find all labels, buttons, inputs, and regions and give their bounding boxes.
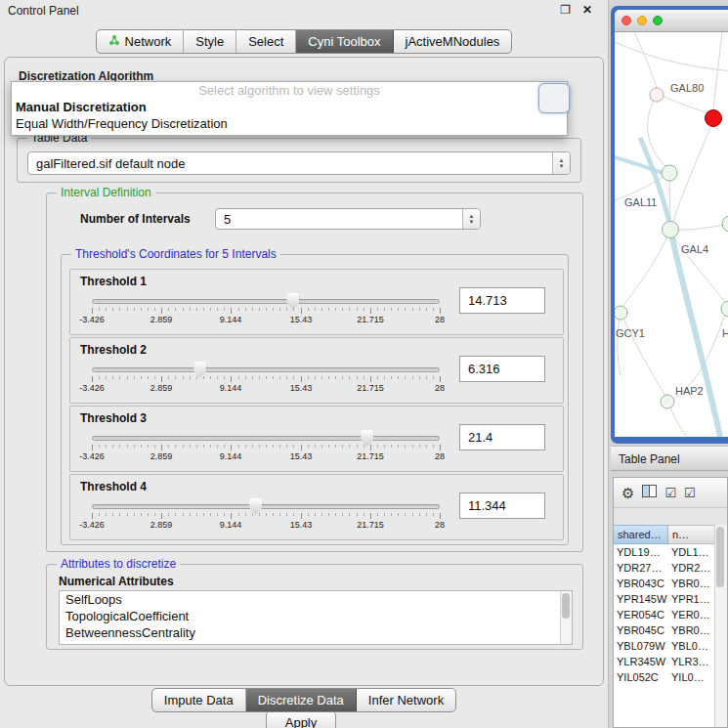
column-header-shared-name[interactable]: shared… xyxy=(614,525,668,544)
cell[interactable]: YLR3… xyxy=(668,654,715,669)
table-row[interactable]: YIL052CYIL0… xyxy=(614,669,715,685)
table-row[interactable]: YDL19…YDL1… xyxy=(614,544,715,560)
tab-style[interactable]: Style xyxy=(184,30,236,53)
scrollbar-thumb[interactable] xyxy=(562,593,570,619)
network-canvas[interactable]: GAL80 GAL11 GAL4 GCY1 HAP2 H xyxy=(615,32,728,437)
scale-label: 15.43 xyxy=(290,451,313,461)
threshold-3-slider[interactable] xyxy=(92,436,440,442)
window-title: Control Panel xyxy=(8,4,79,18)
table-row[interactable]: YBL079WYBL0… xyxy=(614,638,715,654)
tab-jactivemnodules[interactable]: jActiveMNodules xyxy=(394,30,512,53)
node-right-2[interactable] xyxy=(721,301,728,317)
algorithm-dropdown-popup: Select algorithm to view settings Manual… xyxy=(11,81,568,136)
cell[interactable]: YBR0… xyxy=(668,622,715,638)
top-tab-bar: Network Style Select Cyni Toolbox jActiv… xyxy=(0,29,608,54)
cell[interactable]: YER054C xyxy=(614,607,668,622)
tab-impute-data[interactable]: Impute Data xyxy=(152,689,246,711)
table-data-group: Table Data galFiltered.sif default node … xyxy=(17,138,581,183)
bottom-tab-bar: Impute Data Discretize Data Infer Networ… xyxy=(0,688,608,712)
algorithm-option-manual[interactable]: Manual Discretization xyxy=(12,99,567,115)
list-item[interactable]: SelfLoops xyxy=(60,591,572,608)
cell[interactable]: YDL19… xyxy=(614,544,668,560)
cell[interactable]: YBR043C xyxy=(614,576,668,591)
algorithm-option-equal-width[interactable]: Equal Width/Frequency Discretization xyxy=(12,115,567,132)
table-row[interactable]: YLR345WYLR3… xyxy=(614,654,715,669)
cell[interactable]: YIL0… xyxy=(668,669,715,685)
close-icon[interactable]: ✕ xyxy=(582,3,592,17)
tab-cyni-toolbox[interactable]: Cyni Toolbox xyxy=(296,30,393,53)
scale-label: -3.426 xyxy=(79,451,105,461)
tab-infer-network-label: Infer Network xyxy=(368,689,444,711)
cell[interactable]: YER0… xyxy=(668,607,715,622)
cell[interactable]: YIL052C xyxy=(614,669,668,685)
number-of-intervals-combobox[interactable]: 5 ▲▼ xyxy=(215,208,481,230)
threshold-4-panel: Threshold 4 -3.426 2.859 9.144 15.43 21.… xyxy=(69,474,564,540)
close-traffic-light[interactable] xyxy=(621,16,631,25)
checkbox-icon[interactable]: ☑ xyxy=(684,487,696,499)
zoom-traffic-light[interactable] xyxy=(653,16,663,25)
slider-track xyxy=(92,504,440,509)
slider-track xyxy=(92,436,440,441)
combo-stepper-icon[interactable]: ▲▼ xyxy=(552,152,570,174)
table-row[interactable]: YBR045CYBR0… xyxy=(614,622,715,638)
node-gal11[interactable] xyxy=(662,165,677,181)
tab-infer-network[interactable]: Infer Network xyxy=(357,689,455,711)
threshold-1-value-field[interactable]: 14.713 xyxy=(459,287,545,314)
node-hap2[interactable] xyxy=(661,395,674,408)
list-item[interactable]: TopologicalCoefficient xyxy=(60,608,572,624)
cell[interactable]: YPR145W xyxy=(614,591,668,607)
tab-select[interactable]: Select xyxy=(236,30,296,53)
table-row[interactable]: YDR27…YDR2… xyxy=(614,560,715,576)
tab-network[interactable]: Network xyxy=(97,30,185,53)
scale-label: 28 xyxy=(435,451,445,461)
node-label-gal11: GAL11 xyxy=(624,196,657,208)
cell[interactable]: YBL079W xyxy=(614,638,668,654)
table-row[interactable]: YPR145WYPR1… xyxy=(614,591,715,607)
algorithm-combo-fragment[interactable] xyxy=(538,83,570,113)
table-panel-window: ⚙ ☑ ☑ shared… n… YDL19…YDL1… YDR27…YDR2…… xyxy=(613,477,728,728)
cell[interactable]: YDR2… xyxy=(668,560,715,576)
cell[interactable]: YPR1… xyxy=(668,591,715,607)
restore-icon[interactable]: ❐ xyxy=(560,3,571,17)
scale-label: 9.144 xyxy=(220,520,242,530)
cell[interactable]: YDR27… xyxy=(614,560,668,576)
tab-jactivemnodules-label: jActiveMNodules xyxy=(406,30,500,53)
apply-button[interactable]: Apply xyxy=(266,710,336,728)
threshold-4-slider[interactable] xyxy=(92,504,440,510)
table-scrollbar[interactable] xyxy=(714,525,727,727)
tab-discretize-data[interactable]: Discretize Data xyxy=(246,689,357,711)
scale-label: -3.426 xyxy=(79,315,105,324)
threshold-4-value-field[interactable]: 11.344 xyxy=(459,492,545,519)
numerical-attributes-list[interactable]: SelfLoops TopologicalCoefficient Between… xyxy=(59,590,573,645)
combo-stepper-icon[interactable]: ▲▼ xyxy=(462,209,480,229)
gear-icon[interactable]: ⚙ xyxy=(621,486,634,500)
tab-impute-data-label: Impute Data xyxy=(164,689,234,711)
node-gcy1[interactable] xyxy=(615,306,627,320)
cell[interactable]: YDL1… xyxy=(668,544,715,560)
threshold-2-value-field[interactable]: 6.316 xyxy=(459,356,545,382)
list-scrollbar[interactable] xyxy=(560,591,572,644)
node-label-gal80: GAL80 xyxy=(670,82,704,94)
cell[interactable]: YBL0… xyxy=(668,638,715,654)
scrollbar-thumb[interactable] xyxy=(716,527,724,587)
columns-icon[interactable] xyxy=(642,484,657,501)
checkbox-icon[interactable]: ☑ xyxy=(664,487,676,499)
threshold-1-slider[interactable] xyxy=(92,299,440,305)
threshold-3-value-field[interactable]: 21.4 xyxy=(459,424,545,450)
cell[interactable]: YBR045C xyxy=(614,622,668,638)
cell[interactable]: YBR0… xyxy=(668,576,715,591)
minimize-traffic-light[interactable] xyxy=(637,16,647,25)
node-selected-red[interactable] xyxy=(706,110,722,127)
list-item[interactable]: BetweennessCentrality xyxy=(60,624,572,641)
node-gal80[interactable] xyxy=(650,88,664,102)
table-row[interactable]: YBR043CYBR0… xyxy=(614,576,715,591)
threshold-2-slider[interactable] xyxy=(92,367,440,373)
table-data-combobox[interactable]: galFiltered.sif default node ▲▼ xyxy=(27,151,571,175)
threshold-1-label: Threshold 1 xyxy=(80,275,147,288)
table-row[interactable]: YER054CYER0… xyxy=(614,607,715,622)
scale-label: -3.426 xyxy=(79,520,105,530)
node-gal4[interactable] xyxy=(663,222,679,238)
node-right-1[interactable] xyxy=(722,216,728,232)
cell[interactable]: YLR345W xyxy=(614,654,668,669)
thresholds-group-label: Threshold's Coordinates for 5 Intervals xyxy=(71,247,280,261)
